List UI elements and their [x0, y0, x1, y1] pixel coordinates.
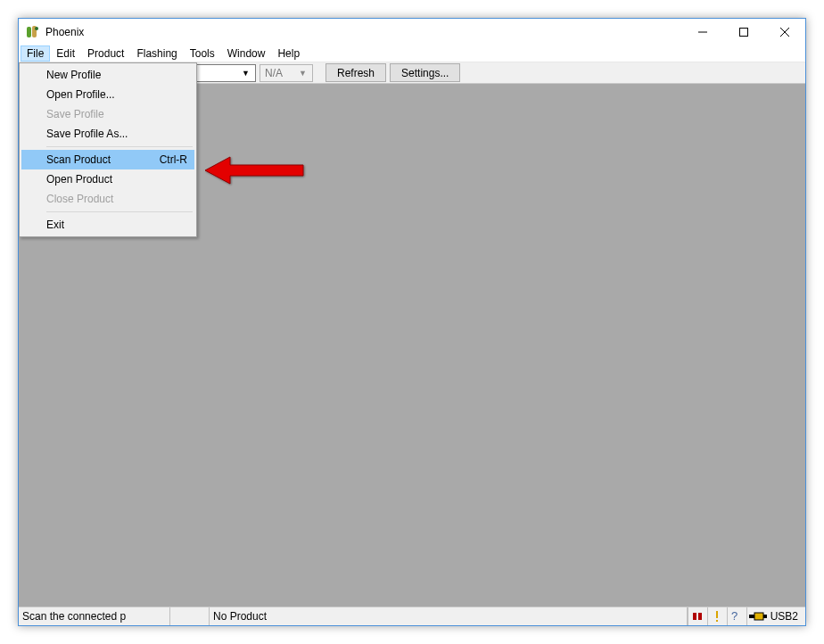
svg-rect-0: [27, 27, 31, 37]
menu-window[interactable]: Window: [221, 45, 272, 62]
usb-icon: [749, 611, 767, 622]
menu-item-label: Save Profile As...: [46, 128, 187, 140]
secondary-combo[interactable]: N/A ▼: [260, 64, 313, 82]
menu-help[interactable]: Help: [271, 45, 306, 62]
svg-text:?: ?: [731, 610, 737, 623]
status-usb: USB2: [746, 607, 805, 625]
menu-separator: [46, 146, 193, 147]
chevron-down-icon: ▼: [296, 69, 309, 78]
settings-button[interactable]: Settings...: [390, 63, 460, 82]
svg-rect-14: [763, 615, 767, 618]
refresh-button[interactable]: Refresh: [325, 63, 386, 82]
menu-tools[interactable]: Tools: [184, 45, 221, 62]
menu-item-label: New Profile: [46, 69, 187, 81]
menu-item-shortcut: Ctrl-R: [160, 153, 187, 166]
secondary-combo-value: N/A: [265, 67, 296, 79]
status-usb-label: USB2: [770, 610, 798, 623]
menu-file[interactable]: File: [21, 45, 50, 62]
menu-item-label: Save Profile: [46, 108, 187, 120]
menu-item-scan-product[interactable]: Scan ProductCtrl-R: [21, 150, 194, 169]
svg-rect-8: [698, 613, 702, 620]
menu-item-label: Open Profile...: [46, 88, 187, 101]
titlebar: Phoenix: [19, 19, 805, 45]
menubar: FileEditProductFlashingToolsWindowHelp: [19, 45, 805, 62]
statusbar: Scan the connected p No Product ? USB2: [19, 607, 805, 625]
status-recording-icon: [688, 607, 707, 625]
close-button[interactable]: [764, 19, 805, 45]
menu-item-label: Close Product: [46, 193, 187, 205]
menu-item-open-product[interactable]: Open Product: [21, 169, 194, 189]
chevron-down-icon: ▼: [239, 69, 252, 78]
menu-edit[interactable]: Edit: [50, 45, 81, 62]
minimize-button[interactable]: [682, 19, 723, 45]
menu-item-save-profile-as[interactable]: Save Profile As...: [21, 124, 194, 144]
menu-product[interactable]: Product: [81, 45, 130, 62]
maximize-button[interactable]: [723, 19, 764, 45]
menu-separator: [46, 211, 193, 212]
window-title: Phoenix: [45, 26, 682, 38]
status-product: No Product: [210, 607, 688, 625]
svg-point-2: [35, 27, 38, 30]
menu-item-label: Open Product: [46, 173, 187, 186]
menu-item-new-profile[interactable]: New Profile: [21, 65, 194, 85]
status-hint: Scan the connected p: [19, 607, 170, 625]
menu-item-save-profile: Save Profile: [21, 104, 194, 124]
svg-rect-9: [716, 611, 718, 618]
menu-item-label: Scan Product: [46, 153, 142, 166]
svg-rect-10: [716, 620, 718, 622]
file-menu-dropdown: New ProfileOpen Profile...Save ProfileSa…: [19, 62, 197, 237]
menu-item-close-product: Close Product: [21, 189, 194, 209]
app-icon: [26, 25, 40, 39]
menu-item-exit[interactable]: Exit: [21, 215, 194, 235]
svg-rect-12: [749, 615, 754, 618]
menu-item-open-profile[interactable]: Open Profile...: [21, 85, 194, 104]
svg-rect-13: [754, 613, 763, 620]
status-empty-1: [170, 607, 210, 625]
status-warning-icon: [707, 607, 727, 625]
svg-rect-7: [693, 613, 696, 620]
menu-item-label: Exit: [46, 219, 187, 231]
svg-rect-4: [740, 29, 748, 37]
menu-flashing[interactable]: Flashing: [130, 45, 183, 62]
status-help-icon[interactable]: ?: [727, 607, 746, 625]
